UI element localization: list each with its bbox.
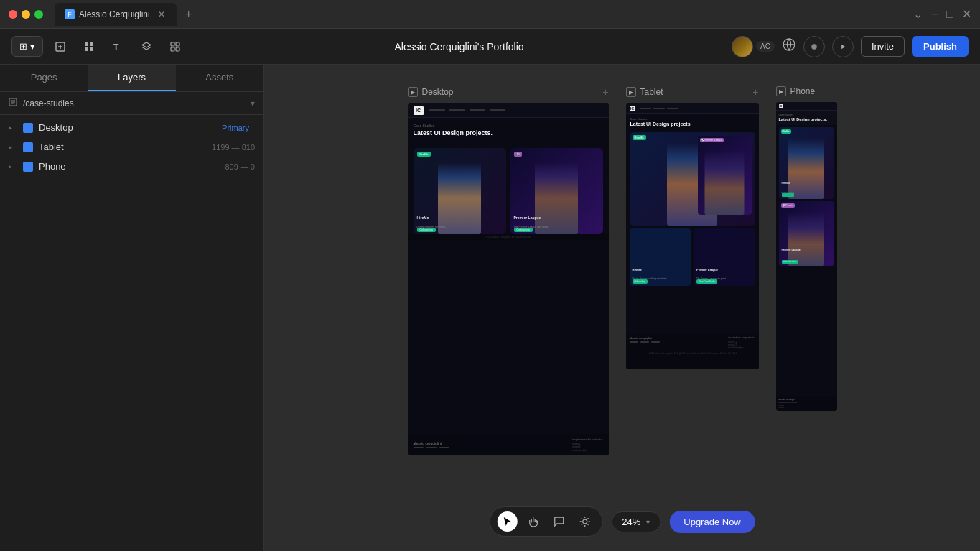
logo-icon: ⊞ [19,41,27,52]
main-layout: Pages Layers Assets /case-studies ▾ ▸ De… [0,65,980,551]
page-title: Alessio Cerquiglini's Portfolio [195,41,723,52]
card-cta: Onboarding [417,228,436,232]
card-title: Premier League [514,216,541,220]
close-window-button[interactable] [9,10,17,19]
minimize-window-button[interactable] [22,10,30,19]
path-chevron-icon[interactable]: ▾ [251,98,255,108]
phone-card-2-badge: ⚽ Premier [781,203,795,208]
browser-bar: F Alessio Cerquiglini. ✕ + ⌄ − □ ✕ [0,0,980,29]
avatar-initials: AC [756,41,775,52]
logo-menu-button[interactable]: ⊞ ▾ [11,36,43,57]
svg-rect-9 [176,47,179,51]
frame-desktop-wrapper: ▶ Desktop + IC [408,86,609,455]
text-button[interactable]: T [106,37,129,57]
tablet-hero-title: Latest UI Design projects. [630,121,755,127]
browser-minimize-button[interactable]: − [931,8,938,21]
overlay-badge: ⚽ Premier League [700,138,724,142]
chevron-right-icon: ▸ [9,124,17,131]
preview-card-2: ⚽ Premier League The Premier League has … [510,148,603,234]
layer-name-tablet: Tablet [39,142,200,152]
maximize-window-button[interactable] [34,10,43,19]
chevron-right-icon: ▸ [9,143,17,151]
tab-pages[interactable]: Pages [0,65,88,91]
tab-bar: F Alessio Cerquiglini. ✕ + [55,3,907,26]
layer-color-swatch [23,162,33,172]
tools-group [489,506,602,537]
tab-close-button[interactable]: ✕ [157,9,167,19]
select-tool-button[interactable] [497,511,517,532]
frame-tablet-wrapper: ▶ Tablet + IC [626,86,759,455]
frame-preview-tablet[interactable]: IC Case Studies Latest UI Design project… [626,103,759,369]
phone-sublabel: Case Studies [779,114,834,116]
zoom-chevron-icon[interactable]: ▾ [646,518,650,526]
comment-tool-button[interactable] [549,511,569,532]
frame-add-icon[interactable]: + [752,86,758,98]
browser-controls [9,10,43,19]
canvas-area[interactable]: ▶ Desktop + IC [264,65,980,551]
components-button[interactable] [164,37,187,57]
tablet-footer-info: inspirations for portfolio: project 1pro… [728,336,755,350]
toolbar-left: ⊞ ▾ T [11,36,187,57]
add-frame-button[interactable] [49,37,72,57]
active-tab[interactable]: F Alessio Cerquiglini. ✕ [55,3,177,26]
frame-header-desktop: ▶ Desktop + [408,86,609,98]
frame-preview-phone[interactable]: IC Case Studies Latest UI Design project… [776,102,837,411]
sm-card-cta: Onboarding [633,279,648,284]
phone-card-1-face [788,138,824,199]
toolbar-right: AC Invite Publish [732,36,969,57]
card-face [535,162,578,234]
layer-item-phone[interactable]: ▸ Phone 809 — 0 [0,157,263,176]
phone-card-1-badge: HireMe [781,129,791,134]
phone-card-2-title: Premier League [782,249,801,251]
footer-link [630,341,638,343]
browser-close-button[interactable]: ✕ [962,7,971,21]
publish-button[interactable]: Publish [912,36,969,57]
tablet-card-main: HireMe ⚽ Premier League [630,132,755,226]
invite-button[interactable]: Invite [861,36,905,57]
layer-item-desktop[interactable]: ▸ Desktop Primary [0,118,263,137]
tablet-card-sm-1: HireMe Design platform for hiring specia… [630,228,691,286]
globe-button[interactable] [782,37,796,55]
footer-link [439,447,449,448]
layer-item-tablet[interactable]: ▸ Tablet 1199 — 810 [0,137,263,157]
tab-layers[interactable]: Layers [88,65,175,91]
browser-restore-button[interactable]: □ [946,8,953,21]
logo-chevron-icon: ▾ [30,41,35,52]
brightness-tool-button[interactable] [574,511,594,532]
avatar-image [732,37,752,57]
card-cta: Onboarding [514,228,533,232]
frame-add-icon[interactable]: + [602,86,608,98]
layer-dims-tablet: 1199 — 810 [212,143,255,152]
nav-link [640,108,651,109]
layers-button[interactable] [135,37,158,57]
phone-card-1-cta: Onboarding [782,193,794,197]
phone-nav-logo: IC [779,104,783,108]
upgrade-now-button[interactable]: Upgrade Now [669,511,755,533]
footer-link [651,341,660,343]
tab-assets[interactable]: Assets [176,65,263,91]
card-face-image [438,162,481,234]
nav-link [470,109,485,111]
hand-tool-button[interactable] [523,511,543,532]
preview-nav-desktop: IC [408,103,609,118]
record-button[interactable] [803,36,825,57]
tablet-footer-inner: alessio cerquiglini inspirations for por… [630,336,755,350]
phone-title: Latest UI Design projects. [779,117,834,122]
frame-preview-desktop[interactable]: IC Case Studies Latest UI Design pr [408,103,609,455]
phone-footer: alessio cerquiglini inspirations for por… [776,396,837,412]
grid-button[interactable] [78,37,101,57]
sm-card-title: HireMe [633,268,642,272]
footer-link [426,447,437,448]
card-badge: HireMe [417,152,431,157]
play-button[interactable] [832,36,854,57]
tablet-nav-logo: IC [630,106,635,111]
desktop-preview-inner: IC Case Studies Latest UI Design pr [408,103,609,455]
frame-label-tablet: Tablet [640,87,663,97]
svg-rect-4 [90,47,93,51]
layer-list: ▸ Desktop Primary ▸ Tablet 1199 — 810 ▸ … [0,115,263,179]
footer-inspirations-label: inspirations for portfolio: [728,336,755,339]
new-tab-button[interactable]: + [179,5,197,24]
browser-chevron-button[interactable]: ⌄ [913,7,923,21]
card-face [438,162,481,234]
frame-header-phone: ▶ Phone [776,86,837,96]
